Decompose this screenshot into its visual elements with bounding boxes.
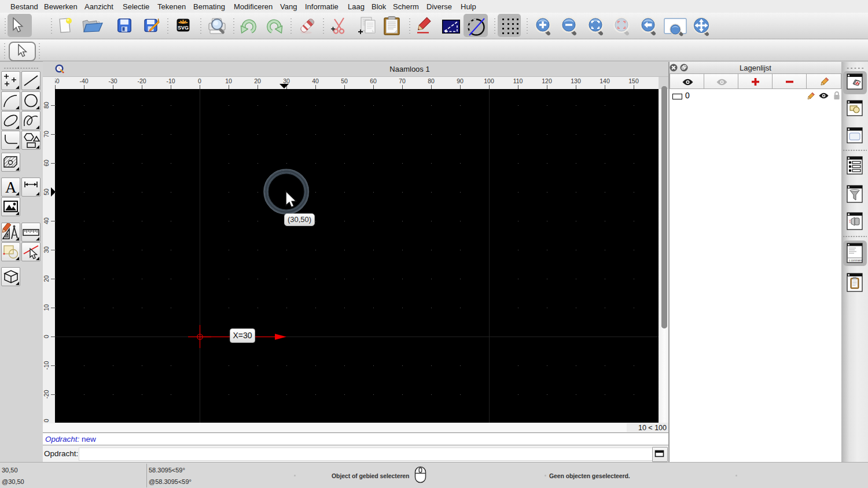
svg-text:c command: c command — [849, 259, 863, 262]
svg-text:SVG: SVG — [178, 25, 189, 31]
